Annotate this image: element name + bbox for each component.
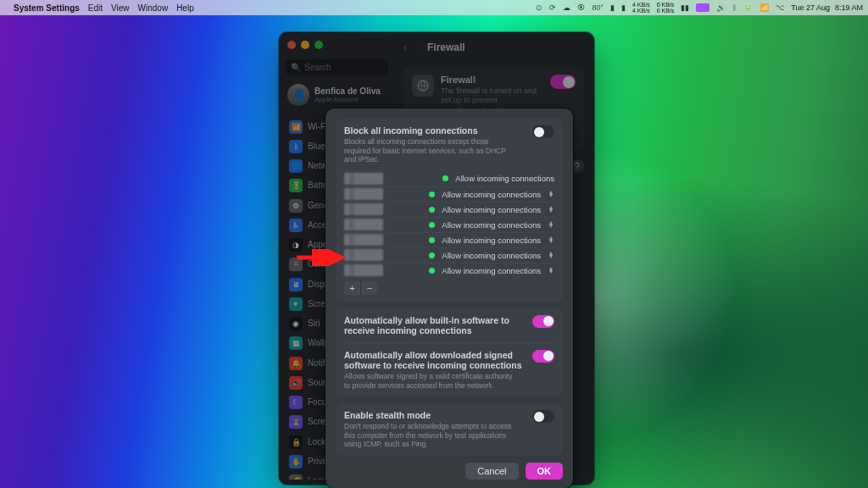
allow-mode-stepper-icon[interactable]: ▴▾ (548, 252, 554, 260)
allow-mode-stepper-icon[interactable]: ▴▾ (548, 206, 554, 214)
allow-mode-stepper-icon[interactable]: ▴▾ (548, 236, 554, 245)
app-name-redacted (344, 203, 383, 215)
firewall-app-row[interactable]: Allow incoming connections▴▾ (344, 232, 554, 247)
status-dot-icon (429, 191, 435, 197)
stealth-desc: Don't respond to or acknowledge attempts… (344, 422, 514, 449)
status-dot-icon (429, 207, 435, 213)
menu-window[interactable]: Window (138, 3, 169, 13)
window-traffic-lights (286, 37, 388, 58)
block-all-toggle[interactable] (532, 125, 554, 138)
network-stats[interactable]: 4 KB/s4 KB/s (632, 2, 650, 14)
status-dot-icon (429, 222, 435, 228)
allow-mode-stepper-icon[interactable]: ▴▾ (548, 221, 554, 230)
status-icon[interactable]: ⊙ (536, 3, 542, 12)
allow-mode-stepper-icon[interactable]: ▴▾ (548, 191, 554, 199)
status-icon[interactable]: ⟳ (549, 3, 556, 12)
sound-icon: 🔊 (289, 376, 303, 390)
status-dot-icon (429, 237, 435, 243)
volume-icon[interactable]: 🔊 (716, 3, 726, 12)
notifications-icon: 🔔 (289, 357, 303, 370)
battery-icon: 🔋 (289, 179, 303, 192)
focus-icon: ☾ (289, 396, 303, 409)
stealth-toggle[interactable] (532, 410, 554, 423)
firewall-master-toggle[interactable] (550, 75, 576, 89)
screen-time-icon: ⌛ (289, 415, 303, 429)
app-allow-status[interactable]: Allow incoming connections (442, 266, 541, 275)
menu-help[interactable]: Help (176, 3, 194, 13)
status-icon[interactable]: ▮▮ (681, 3, 689, 12)
avatar: 👤 (287, 84, 309, 106)
wifi-icon[interactable]: 📶 (760, 3, 769, 12)
firewall-app-row[interactable]: Allow incoming connections▴▾ (344, 247, 554, 263)
stealth-title: Enable stealth mode (344, 410, 514, 420)
menubar-app-title[interactable]: System Settings (14, 3, 80, 13)
auto-builtin-title: Automatically allow built-in software to… (344, 315, 522, 336)
fullscreen-window-button[interactable] (314, 41, 323, 49)
block-all-desc: Blocks all incoming connections except t… (344, 137, 514, 164)
app-allow-status[interactable]: Allow incoming connections (442, 251, 541, 260)
app-list-add-remove: + − (344, 281, 554, 295)
auto-signed-desc: Allows software signed by a valid certif… (344, 372, 514, 390)
apple-account-row[interactable]: 👤 Benfica de Oliva Apple Account (286, 77, 388, 113)
bluetooth-icon[interactable]: ᛒ (732, 3, 737, 12)
nav-back-button[interactable]: ‹ (403, 42, 407, 53)
status-dot-icon (429, 268, 435, 274)
menubar-date[interactable]: Tue 27 Aug (791, 3, 830, 12)
nav-forward-button[interactable]: › (415, 42, 419, 53)
status-icon[interactable]: ☁︎ (563, 3, 570, 12)
account-subtitle: Apple Account (314, 96, 381, 103)
battery-icon[interactable]: 🔋 (743, 3, 753, 12)
status-icon[interactable]: ▮ (610, 3, 615, 12)
status-dot-icon (429, 252, 435, 258)
menu-edit[interactable]: Edit (88, 3, 103, 13)
app-allow-status[interactable]: Allow incoming connections (455, 174, 554, 183)
app-name-redacted (344, 219, 383, 230)
status-icon[interactable]: ▮ (621, 3, 626, 12)
add-app-button[interactable]: + (344, 281, 361, 295)
block-all-section: Block all incoming connections Blocks al… (336, 119, 563, 302)
close-window-button[interactable] (287, 41, 296, 49)
app-allow-status[interactable]: Allow incoming connections (442, 236, 541, 245)
status-dot-icon (442, 175, 448, 181)
stealth-section: Enable stealth mode Don't respond to or … (336, 403, 563, 456)
block-all-title: Block all incoming connections (344, 125, 514, 136)
wallpaper-icon: ▦ (289, 336, 303, 350)
ok-button[interactable]: OK (526, 463, 564, 480)
firewall-icon (412, 75, 434, 97)
bluetooth-icon: ᛒ (289, 140, 303, 153)
pane-titlebar: ‹ › Firewall (393, 32, 594, 63)
auto-signed-toggle[interactable] (532, 350, 554, 363)
firewall-options-sheet: Block all incoming connections Blocks al… (326, 108, 573, 488)
firewall-app-row[interactable]: Allow incoming connections▴▾ (344, 202, 554, 217)
sidebar-search[interactable]: 🔍 (286, 59, 388, 75)
firewall-card-title: Firewall (441, 75, 543, 85)
appearance-icon: ◑ (289, 238, 303, 252)
disk-stats[interactable]: 0 KB/s6 KB/s (657, 2, 675, 14)
app-allow-status[interactable]: Allow incoming connections (442, 220, 541, 230)
app-allow-status[interactable]: Allow incoming connections (442, 205, 541, 214)
wi-fi-icon: 📶 (289, 120, 303, 134)
privacy-security-icon: ✋ (289, 455, 303, 469)
screen-saver-icon: ✴︎ (289, 297, 303, 311)
search-icon: 🔍 (291, 63, 301, 72)
app-allow-status[interactable]: Allow incoming connections (442, 190, 541, 199)
app-name-redacted (344, 264, 383, 276)
cancel-button[interactable]: Cancel (465, 463, 518, 480)
firewall-app-row[interactable]: Allow incoming connections▴▾ (344, 263, 554, 278)
temperature-status[interactable]: 80° (592, 3, 604, 12)
firewall-app-row[interactable]: Allow incoming connections (344, 171, 554, 186)
control-center-icon[interactable]: ⌥ (776, 3, 784, 12)
app-name-redacted (344, 188, 383, 200)
status-accent[interactable] (696, 3, 709, 12)
search-input[interactable] (304, 63, 383, 72)
menu-view[interactable]: View (111, 3, 130, 13)
allow-mode-stepper-icon[interactable]: ▴▾ (548, 267, 554, 275)
firewall-app-row[interactable]: Allow incoming connections▴▾ (344, 186, 554, 202)
firewall-app-row[interactable]: Allow incoming connections▴▾ (344, 217, 554, 232)
remove-app-button[interactable]: − (361, 281, 378, 295)
minimize-window-button[interactable] (301, 41, 309, 49)
login-password-icon: 🔑 (289, 474, 303, 480)
auto-builtin-toggle[interactable] (532, 315, 554, 328)
menubar-time[interactable]: 8:19 AM (835, 3, 863, 12)
status-icon[interactable]: ⦿ (577, 3, 585, 12)
